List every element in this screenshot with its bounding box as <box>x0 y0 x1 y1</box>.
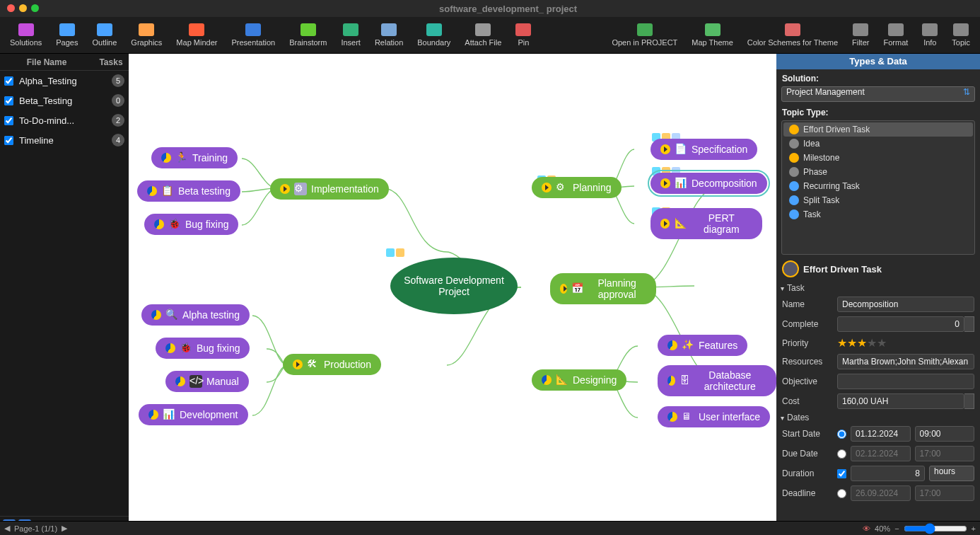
deadline-field[interactable] <box>851 485 911 501</box>
node-features[interactable]: ✨Features <box>658 335 747 356</box>
deadlinetime-field[interactable] <box>915 485 975 501</box>
node-alpha-testing[interactable]: 🔍Alpha testing <box>141 304 250 326</box>
zoom-label: 40% <box>875 524 890 533</box>
topic-type-item[interactable]: Recurring Task <box>783 179 973 193</box>
node-pert[interactable]: 📐PERT diagram <box>651 208 762 239</box>
center-topic[interactable]: Software Development Project <box>390 258 518 314</box>
toolbar-boundary[interactable]: Boundary <box>410 17 457 53</box>
play-icon <box>660 144 670 154</box>
cost-field[interactable] <box>837 393 964 409</box>
duration-check[interactable] <box>837 469 846 478</box>
toolbar-colorschemes[interactable]: Color Schemes for Theme <box>740 17 845 53</box>
toolbar-info[interactable]: Info <box>915 17 945 53</box>
node-beta-testing[interactable]: 📋Beta testing <box>137 180 240 202</box>
zoom-minus[interactable]: − <box>894 524 899 533</box>
filter-icon <box>853 23 868 36</box>
duration-field[interactable] <box>851 466 925 481</box>
topic-type-item[interactable]: Effort Driven Task <box>783 122 973 137</box>
task-section[interactable]: Task <box>776 282 980 294</box>
node-ui[interactable]: 🖥User interface <box>658 406 770 427</box>
complete-field[interactable] <box>837 316 964 332</box>
dates-section[interactable]: Dates <box>776 411 980 424</box>
pie-icon <box>147 186 157 196</box>
file-row[interactable]: Timeline4 <box>0 130 129 150</box>
type-icon <box>789 153 799 163</box>
file-row[interactable]: Beta_Testing0 <box>0 91 129 110</box>
deadline-radio[interactable] <box>837 489 846 498</box>
topic-type-item[interactable]: Milestone <box>783 151 973 165</box>
node-implementation[interactable]: ⚙Implementation <box>270 178 389 200</box>
toolbar-relation[interactable]: Relation <box>368 17 410 53</box>
toolbar-filter[interactable]: Filter <box>845 17 876 53</box>
file-check[interactable] <box>4 116 13 125</box>
node-bugfix2[interactable]: 🐞Bug fixing <box>156 338 250 359</box>
duetime-field[interactable] <box>915 446 975 461</box>
toolbar-outline[interactable]: Outline <box>85 17 124 53</box>
zoom-plus[interactable]: + <box>972 524 976 533</box>
node-designing[interactable]: 📐Designing <box>532 369 626 391</box>
toolbar-pin[interactable]: Pin <box>508 17 538 53</box>
topic-type-item[interactable]: Idea <box>783 137 973 151</box>
prev-page-icon[interactable]: ◀ <box>4 524 10 533</box>
next-page-icon[interactable]: ▶ <box>62 524 67 533</box>
toolbar-insert[interactable]: Insert <box>334 17 368 53</box>
toolbar-pages[interactable]: Pages <box>49 17 85 53</box>
zoom-slider[interactable] <box>904 523 967 534</box>
window-controls[interactable] <box>7 4 43 14</box>
diagram-icon: 📐 <box>674 217 686 230</box>
starttime-field[interactable] <box>915 426 975 442</box>
solutions-icon <box>18 23 34 36</box>
toolbar-presentation[interactable]: Presentation <box>224 17 282 53</box>
topic-type-label: Topic Type: <box>776 103 980 119</box>
node-db[interactable]: 🗄Database architecture <box>658 365 776 396</box>
toolbar-mapminder[interactable]: Map Minder <box>169 17 224 53</box>
node-bugfix[interactable]: 🐞Bug fixing <box>144 214 238 235</box>
file-check[interactable] <box>4 96 13 105</box>
file-row[interactable]: To-Do-mind...2 <box>0 110 129 130</box>
duedate-field[interactable] <box>851 446 911 461</box>
stepper-icon[interactable] <box>964 393 974 409</box>
node-manual[interactable]: </>Manual <box>165 371 249 392</box>
play-icon <box>660 178 670 188</box>
file-row[interactable]: Alpha_Testing5 <box>0 71 129 91</box>
toolbar-attach[interactable]: Attach File <box>457 17 508 53</box>
node-decomposition[interactable]: 📊Decomposition <box>651 173 767 194</box>
node-planning-approval[interactable]: 📅Planning approval <box>550 273 656 304</box>
stepper-icon[interactable] <box>964 316 974 332</box>
play-icon <box>280 184 290 194</box>
node-training[interactable]: 🏃Training <box>151 147 238 168</box>
resources-field[interactable] <box>837 354 974 369</box>
graphics-icon <box>139 23 154 36</box>
toolbar-graphics[interactable]: Graphics <box>124 17 169 53</box>
toolbar-format[interactable]: Format <box>876 17 915 53</box>
toolbar-openproject[interactable]: Open in PROJECT <box>605 17 684 53</box>
startdate-radio[interactable] <box>837 430 846 439</box>
properties-panel: Types & Data Solution: Project Managemen… <box>776 54 980 535</box>
solution-select[interactable]: Project Management⇅ <box>781 86 975 102</box>
topic-type-item[interactable]: Split Task <box>783 193 973 207</box>
relation-icon <box>381 23 397 36</box>
topic-type-list[interactable]: Effort Driven TaskIdeaMilestonePhaseRecu… <box>781 120 975 255</box>
solution-label: Solution: <box>776 69 980 85</box>
file-check[interactable] <box>4 76 13 86</box>
toolbar-topic[interactable]: Topic <box>945 17 977 53</box>
mindmap-canvas[interactable]: Software Development Project ⚙Implementa… <box>129 54 776 535</box>
startdate-field[interactable] <box>851 426 911 442</box>
file-check[interactable] <box>4 136 13 145</box>
duedate-radio[interactable] <box>837 449 846 459</box>
node-development[interactable]: 📊Development <box>139 404 248 425</box>
node-production[interactable]: 🛠Production <box>283 354 381 375</box>
node-specification[interactable]: 📄Specification <box>651 139 757 160</box>
toolbar-solutions[interactable]: Solutions <box>3 17 49 53</box>
priority-stars[interactable]: ★★★★★ <box>837 336 887 350</box>
eye-icon[interactable]: 👁 <box>863 524 870 533</box>
type-icon <box>789 209 799 219</box>
toolbar-maptheme[interactable]: Map Theme <box>684 17 740 53</box>
name-field[interactable] <box>837 297 974 312</box>
topic-type-item[interactable]: Phase <box>783 165 973 179</box>
play-icon <box>560 284 567 294</box>
toolbar-brainstorm[interactable]: Brainstorm <box>282 17 334 53</box>
objective-field[interactable] <box>837 374 974 389</box>
topic-type-item[interactable]: Task <box>783 207 973 222</box>
node-planning[interactable]: ⚙Planning <box>532 177 622 198</box>
